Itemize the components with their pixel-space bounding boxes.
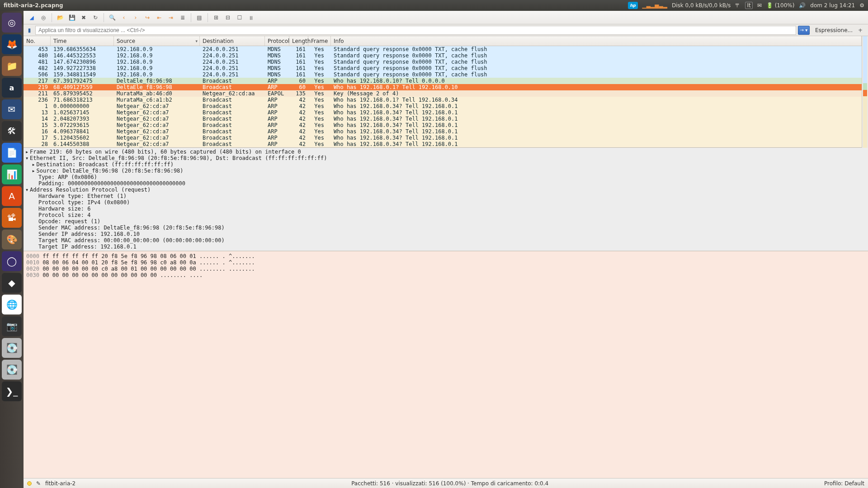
- col-protocol[interactable]: Protocol: [265, 36, 289, 46]
- tree-toggle-icon[interactable]: ▸: [32, 168, 36, 174]
- status-profile[interactable]: Profilo: Default: [824, 480, 864, 487]
- packet-list-scrollbar[interactable]: [862, 36, 868, 148]
- tree-toggle-icon[interactable]: ▾: [25, 187, 30, 193]
- tree-toggle-icon[interactable]: ▸: [25, 149, 30, 155]
- zoom-out-icon[interactable]: ⊟: [222, 12, 233, 23]
- packet-row[interactable]: 21165.879395452MurataMa_ab:46:d0Netgear_…: [24, 90, 862, 97]
- launcher-files[interactable]: 📁: [2, 56, 22, 76]
- col-source[interactable]: Source▾: [114, 36, 200, 46]
- toolbar-wireless-icon[interactable]: ◎: [38, 12, 49, 23]
- col-info[interactable]: Info: [331, 36, 862, 46]
- main-toolbar: ◢ ◎ 📂 💾 ✖ ↻ 🔍 ‹ › ↪ ⇤ ⇥ ≣ ▤ ⊞ ⊟ ☐ ⫼: [24, 11, 868, 24]
- capture-comments-icon[interactable]: ✎: [36, 480, 41, 487]
- open-file-icon[interactable]: 📂: [55, 12, 66, 23]
- launcher-software[interactable]: A: [2, 186, 22, 206]
- hp-indicator[interactable]: hp: [628, 2, 638, 9]
- status-bar: ✎ fitbit-aria-2 Pacchetti: 516 · visuali…: [24, 478, 868, 488]
- col-destination[interactable]: Destination: [200, 36, 265, 46]
- col-no[interactable]: No.: [24, 36, 51, 46]
- launcher-terminal[interactable]: ❯_: [2, 381, 22, 401]
- launcher-screenshot[interactable]: 📷: [2, 316, 22, 336]
- tree-toggle-icon[interactable]: ▸: [32, 161, 36, 168]
- sort-indicator-icon: ▾: [195, 39, 198, 43]
- save-file-icon[interactable]: 💾: [66, 12, 77, 23]
- packet-row[interactable]: 164.096378841Netgear_62:cd:a7BroadcastAR…: [24, 128, 862, 135]
- wireshark-window: ◢ ◎ 📂 💾 ✖ ↻ 🔍 ‹ › ↪ ⇤ ⇥ ≣ ▤ ⊞ ⊟ ☐ ⫼ ▮ → …: [24, 11, 868, 488]
- sysmon-indicator[interactable]: ▁▃▂▅▃▂: [642, 2, 667, 9]
- disk-indicator: Disk 0,0 kB/s/0,0 kB/s: [672, 2, 731, 9]
- zoom-in-icon[interactable]: ⊞: [211, 12, 222, 23]
- auto-scroll-icon[interactable]: ≣: [177, 12, 188, 23]
- launcher-chrome[interactable]: 🌐: [2, 295, 22, 314]
- packet-row[interactable]: 480146.445322553192.168.0.9224.0.0.251MD…: [24, 52, 862, 59]
- resize-cols-icon[interactable]: ⫼: [246, 12, 257, 23]
- keyboard-indicator[interactable]: It: [745, 2, 752, 9]
- launcher-dash[interactable]: ◎: [2, 13, 22, 33]
- jump-icon[interactable]: ↪: [142, 12, 153, 23]
- tree-toggle-icon[interactable]: ▾: [25, 155, 30, 161]
- apply-filter-button[interactable]: → ▾: [798, 26, 810, 35]
- find-icon[interactable]: 🔍: [107, 12, 118, 23]
- packet-row[interactable]: 21767.391792475DeltaEle_f8:96:98Broadcas…: [24, 78, 862, 84]
- packet-row[interactable]: 286.144550388Netgear_62:cd:a7BroadcastAR…: [24, 141, 862, 147]
- col-length[interactable]: Length: [289, 36, 308, 46]
- launcher-calc[interactable]: 📊: [2, 164, 22, 184]
- packet-row[interactable]: 482149.927227338192.168.0.9224.0.0.251MD…: [24, 65, 862, 71]
- back-icon[interactable]: ‹: [118, 12, 129, 23]
- launcher-disk1[interactable]: 💽: [2, 338, 22, 358]
- shark-fin-icon[interactable]: ◢: [26, 12, 37, 23]
- launcher-inkscape[interactable]: ◆: [2, 273, 22, 293]
- wifi-icon[interactable]: 〒: [735, 2, 741, 9]
- launcher-settings[interactable]: 🛠: [2, 121, 22, 141]
- unity-launcher: ◎ 🦊 📁 a ✉ 🛠 📄 📊 A 📽 🎨 ◯ ◆ 🌐 📷 💽 💽 ❯_: [0, 11, 24, 488]
- packet-row[interactable]: 142.048207393Netgear_62:cd:a7BroadcastAR…: [24, 116, 862, 122]
- packet-row[interactable]: 21968.409127559DeltaEle_f8:96:98Broadcas…: [24, 84, 862, 90]
- launcher-amazon[interactable]: a: [2, 78, 22, 98]
- close-file-icon[interactable]: ✖: [78, 12, 89, 23]
- packet-row[interactable]: 481147.674230896192.168.0.9224.0.0.251MD…: [24, 59, 862, 65]
- goto-last-icon[interactable]: ⇥: [165, 12, 176, 23]
- packet-details[interactable]: ▸Frame 219: 60 bytes on wire (480 bits),…: [24, 148, 868, 251]
- col-time[interactable]: Time: [51, 36, 114, 46]
- packet-bytes[interactable]: 0000 ff ff ff ff ff ff 20 f8 5e f8 96 98…: [24, 251, 868, 478]
- packet-row[interactable]: 23671.686318213MurataMa_c6:a1:b2Broadcas…: [24, 97, 862, 103]
- filter-bookmark-icon[interactable]: ▮: [25, 26, 33, 34]
- status-file: fitbit-aria-2: [45, 480, 75, 487]
- system-menubar: fitbit-aria-2.pcapng hp ▁▃▂▅▃▂ Disk 0,0 …: [0, 0, 868, 11]
- mail-icon[interactable]: ✉: [757, 2, 762, 9]
- battery-indicator[interactable]: 🔋 (100%): [766, 2, 795, 9]
- status-packets: Pacchetti: 516 · visualizzati: 516 (100.…: [351, 480, 548, 487]
- launcher-gimp[interactable]: 🎨: [2, 230, 22, 249]
- expression-button[interactable]: Espressione...: [811, 27, 856, 33]
- packet-row[interactable]: 453139.686355634192.168.0.9224.0.0.251MD…: [24, 46, 862, 52]
- add-filter-button[interactable]: +: [858, 27, 866, 33]
- display-filter-input[interactable]: [35, 26, 796, 35]
- expert-info-icon[interactable]: [27, 481, 32, 486]
- packet-row[interactable]: 153.072293615Netgear_62:cd:a7BroadcastAR…: [24, 122, 862, 128]
- packet-row[interactable]: 175.120435602Netgear_62:cd:a7BroadcastAR…: [24, 135, 862, 141]
- col-frame[interactable]: Frame: [308, 36, 331, 46]
- launcher-impress[interactable]: 📽: [2, 208, 22, 228]
- filter-bar: ▮ → ▾ Espressione... +: [24, 24, 868, 36]
- session-icon[interactable]: ⚙: [859, 2, 864, 9]
- reload-icon[interactable]: ↻: [90, 12, 101, 23]
- goto-first-icon[interactable]: ⇤: [154, 12, 165, 23]
- clock[interactable]: dom 2 lug 14:21: [810, 2, 855, 9]
- packet-row[interactable]: 506159.348811549192.168.0.9224.0.0.251MD…: [24, 71, 862, 78]
- launcher-firefox[interactable]: 🦊: [2, 34, 22, 54]
- launcher-thunderbird[interactable]: ✉: [2, 99, 22, 119]
- packet-list[interactable]: No. Time Source▾ Destination Protocol Le…: [24, 36, 862, 148]
- launcher-writer[interactable]: 📄: [2, 143, 22, 163]
- zoom-reset-icon[interactable]: ☐: [234, 12, 245, 23]
- packet-row[interactable]: 10.000000000Netgear_62:cd:a7BroadcastARP…: [24, 103, 862, 109]
- launcher-disk2[interactable]: 💽: [2, 360, 22, 380]
- forward-icon[interactable]: ›: [130, 12, 141, 23]
- volume-icon[interactable]: 🔊: [799, 2, 806, 9]
- window-title: fitbit-aria-2.pcapng: [4, 2, 63, 9]
- launcher-eclipse[interactable]: ◯: [2, 251, 22, 271]
- packet-list-header[interactable]: No. Time Source▾ Destination Protocol Le…: [24, 36, 862, 46]
- packet-row[interactable]: 131.025637145Netgear_62:cd:a7BroadcastAR…: [24, 109, 862, 116]
- colorize-icon[interactable]: ▤: [194, 12, 205, 23]
